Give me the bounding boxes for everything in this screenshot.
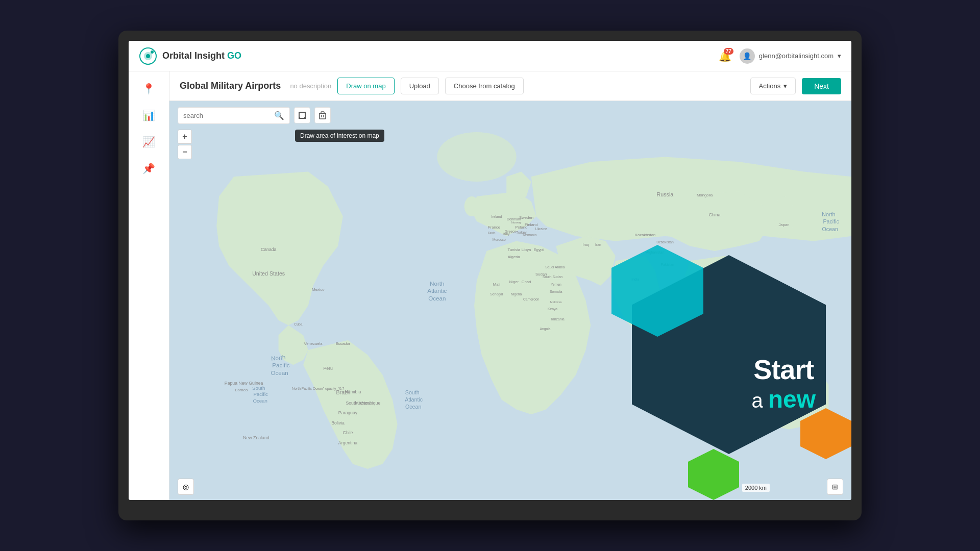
svg-text:Venezuela: Venezuela bbox=[304, 341, 323, 346]
zoom-out-button[interactable]: − bbox=[178, 145, 192, 159]
notification-badge: 77 bbox=[724, 48, 733, 55]
choose-from-catalog-button[interactable]: Choose from catalog bbox=[445, 78, 524, 94]
svg-point-7 bbox=[774, 196, 794, 236]
svg-rect-96 bbox=[320, 113, 326, 119]
sidebar-item-analytics[interactable]: 📊 bbox=[138, 104, 160, 127]
sidebar-item-pin[interactable]: 📌 bbox=[138, 157, 160, 180]
svg-marker-102 bbox=[611, 245, 703, 337]
svg-rect-95 bbox=[304, 117, 306, 119]
svg-text:Tunisia: Tunisia bbox=[507, 247, 520, 252]
sidebar-item-location[interactable]: 📍 bbox=[138, 78, 160, 100]
svg-text:Greece: Greece bbox=[505, 230, 516, 233]
svg-text:Kazakhstan: Kazakhstan bbox=[635, 233, 656, 237]
actions-button[interactable]: Actions ▾ bbox=[750, 78, 796, 94]
svg-text:Atlantic: Atlantic bbox=[427, 287, 447, 294]
svg-text:Niger: Niger bbox=[509, 280, 519, 284]
rectangle-icon bbox=[298, 111, 306, 119]
search-icon: 🔍 bbox=[274, 111, 284, 120]
svg-text:China: China bbox=[709, 212, 721, 217]
svg-text:Somalia: Somalia bbox=[550, 290, 562, 293]
svg-text:North: North bbox=[822, 211, 835, 217]
svg-text:North Pacific Ocean" opacity=": North Pacific Ocean" opacity="0.7 bbox=[292, 387, 344, 391]
scale-label: 2000 km bbox=[745, 485, 767, 491]
hex-orange-shape bbox=[800, 408, 851, 459]
app-logo-icon bbox=[139, 47, 157, 65]
svg-text:Papua New Guinea: Papua New Guinea bbox=[225, 381, 263, 386]
user-avatar: 👤 bbox=[740, 48, 755, 64]
layers-icon: ⊞ bbox=[832, 483, 838, 491]
map-area[interactable]: United States Canada Brazil Peru Bolivia… bbox=[169, 101, 851, 500]
draw-rectangle-button[interactable] bbox=[294, 107, 310, 123]
svg-text:Ocean: Ocean bbox=[822, 226, 839, 232]
svg-text:United States: United States bbox=[252, 270, 285, 277]
hex-green-shape bbox=[688, 449, 739, 500]
chart-icon: 📈 bbox=[142, 136, 155, 148]
scale-bar: 2000 km bbox=[742, 484, 770, 492]
main-content: 📍 📊 📈 📌 Global Military Airports no desc… bbox=[129, 71, 851, 500]
svg-text:Borneo: Borneo bbox=[235, 388, 248, 392]
draw-on-map-button[interactable]: Draw on map bbox=[337, 78, 394, 94]
svg-text:Pacific: Pacific bbox=[253, 391, 268, 397]
svg-text:South: South bbox=[252, 385, 265, 391]
svg-text:Tanzania: Tanzania bbox=[551, 317, 565, 321]
svg-text:Libya: Libya bbox=[522, 247, 531, 252]
svg-text:South Africa: South Africa bbox=[346, 400, 370, 406]
svg-text:Cuba: Cuba bbox=[294, 322, 302, 326]
search-input[interactable] bbox=[183, 112, 271, 119]
hex-overlay: Start a new bbox=[627, 255, 841, 469]
top-bar: Orbital Insight GO 🔔 77 👤 glenn@orbitali… bbox=[129, 41, 851, 71]
sidebar-item-chart[interactable]: 📈 bbox=[138, 131, 160, 153]
svg-text:Pacific: Pacific bbox=[823, 219, 839, 225]
svg-text:Angola: Angola bbox=[540, 327, 550, 331]
logo-area: Orbital Insight GO bbox=[139, 47, 241, 65]
search-box[interactable]: 🔍 bbox=[178, 107, 290, 124]
svg-text:Ecuador: Ecuador bbox=[335, 341, 350, 346]
svg-text:Spain: Spain bbox=[488, 231, 496, 234]
svg-text:South: South bbox=[405, 389, 420, 395]
svg-text:Egypt: Egypt bbox=[533, 247, 544, 252]
svg-text:Argentina: Argentina bbox=[338, 440, 357, 445]
map-settings-button[interactable]: ⊞ bbox=[827, 479, 843, 495]
delete-button[interactable] bbox=[314, 107, 331, 123]
laptop-bezel: Orbital Insight GO 🔔 77 👤 glenn@orbitali… bbox=[118, 31, 862, 520]
svg-text:North: North bbox=[271, 354, 285, 361]
svg-text:Uzbekistan: Uzbekistan bbox=[656, 240, 674, 244]
sidebar: 📍 📊 📈 📌 bbox=[129, 71, 169, 500]
notification-button[interactable]: 🔔 77 bbox=[719, 50, 731, 62]
svg-text:Cameroon: Cameroon bbox=[523, 297, 540, 301]
user-menu[interactable]: 👤 glenn@orbitalinsight.com ▾ bbox=[740, 48, 841, 64]
svg-text:New Zealand: New Zealand bbox=[243, 435, 270, 440]
app-name: Orbital Insight GO bbox=[162, 51, 241, 61]
actions-label: Actions bbox=[759, 82, 781, 90]
svg-text:Iran: Iran bbox=[595, 243, 601, 246]
svg-text:Atlantic: Atlantic bbox=[405, 396, 423, 403]
svg-text:Chad: Chad bbox=[522, 280, 531, 284]
location-icon: 📍 bbox=[142, 83, 155, 95]
map-locate-button[interactable]: ◎ bbox=[178, 479, 194, 495]
svg-text:Pacific: Pacific bbox=[272, 362, 289, 368]
svg-text:Ocean: Ocean bbox=[405, 404, 422, 410]
svg-text:Ocean: Ocean bbox=[428, 295, 446, 302]
user-dropdown-icon: ▾ bbox=[838, 52, 841, 60]
svg-text:Maldives: Maldives bbox=[550, 300, 562, 304]
svg-text:Peru: Peru bbox=[323, 366, 333, 371]
page-description: no description bbox=[290, 82, 331, 90]
locate-icon: ◎ bbox=[183, 483, 189, 491]
screen: Orbital Insight GO 🔔 77 👤 glenn@orbitali… bbox=[129, 41, 851, 500]
next-button[interactable]: Next bbox=[802, 78, 841, 94]
svg-text:Kenya: Kenya bbox=[548, 307, 557, 311]
svg-text:Iraq: Iraq bbox=[583, 243, 589, 247]
svg-point-5 bbox=[437, 132, 516, 182]
svg-rect-98 bbox=[321, 112, 324, 113]
svg-text:Finland: Finland bbox=[525, 222, 537, 227]
svg-text:Ocean: Ocean bbox=[253, 398, 267, 404]
svg-marker-103 bbox=[800, 408, 851, 459]
svg-text:Algeria: Algeria bbox=[508, 255, 521, 259]
svg-point-2 bbox=[146, 54, 150, 58]
svg-text:Turkey: Turkey bbox=[516, 231, 527, 235]
upload-button[interactable]: Upload bbox=[401, 78, 439, 94]
hex-cyan-shape bbox=[611, 245, 703, 337]
zoom-in-button[interactable]: + bbox=[178, 130, 192, 144]
map-controls: 🔍 bbox=[178, 107, 331, 124]
svg-text:Canada: Canada bbox=[261, 247, 277, 252]
